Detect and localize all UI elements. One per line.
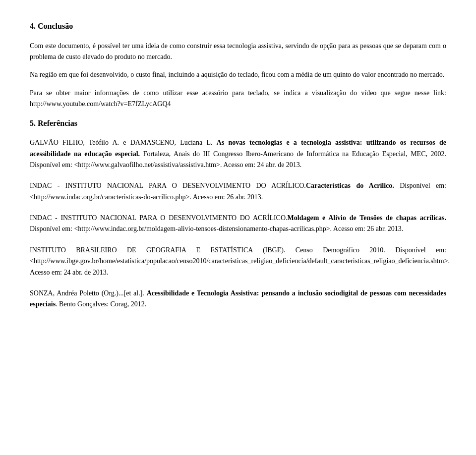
ref4-text: INSTITUTO BRASILEIRO DE GEOGRAFIA E ESTA… bbox=[30, 246, 450, 276]
references-title: 5. Referências bbox=[30, 117, 446, 130]
reference-entry-1: GALVÃO FILHO, Teófilo A. e DAMASCENO, Lu… bbox=[30, 137, 446, 171]
conclusion-para1: Com este documento, é possível ter uma i… bbox=[30, 41, 446, 63]
ref3-bold: Moldagem e Alívio de Tensões de chapas a… bbox=[288, 214, 446, 222]
ref3-normal: INDAC - INSTITUTO NACIONAL PARA O DESENV… bbox=[30, 214, 288, 222]
ref3-after: Disponível em: <http://www.indac.org.br/… bbox=[30, 225, 403, 232]
reference-entry-3: INDAC - INSTITUTO NACIONAL PARA O DESENV… bbox=[30, 213, 446, 235]
conclusion-title: 4. Conclusão bbox=[30, 20, 446, 33]
conclusion-section: 4. Conclusão Com este documento, é possí… bbox=[30, 20, 446, 110]
ref5-after: . Bento Gonçalves: Corag, 2012. bbox=[56, 300, 146, 308]
conclusion-para2: Na região em que foi desenvolvido, o cus… bbox=[30, 69, 446, 80]
ref5-normal: SONZA, Andréa Poletto (Org.)...[et al.]. bbox=[30, 289, 147, 297]
ref2-normal: INDAC - INSTITUTO NACIONAL PARA O DESENV… bbox=[30, 182, 306, 189]
reference-entry-4: INSTITUTO BRASILEIRO DE GEOGRAFIA E ESTA… bbox=[30, 245, 446, 278]
reference-entry-2: INDAC - INSTITUTO NACIONAL PARA O DESENV… bbox=[30, 180, 446, 203]
references-section: 5. Referências GALVÃO FILHO, Teófilo A. … bbox=[30, 117, 446, 310]
ref2-bold: Características do Acrílico. bbox=[306, 182, 394, 189]
ref1-normal: GALVÃO FILHO, Teófilo A. e DAMASCENO, Lu… bbox=[30, 139, 217, 146]
conclusion-para3: Para se obter maior informações de como … bbox=[30, 88, 446, 110]
reference-entry-5: SONZA, Andréa Poletto (Org.)...[et al.].… bbox=[30, 288, 446, 310]
